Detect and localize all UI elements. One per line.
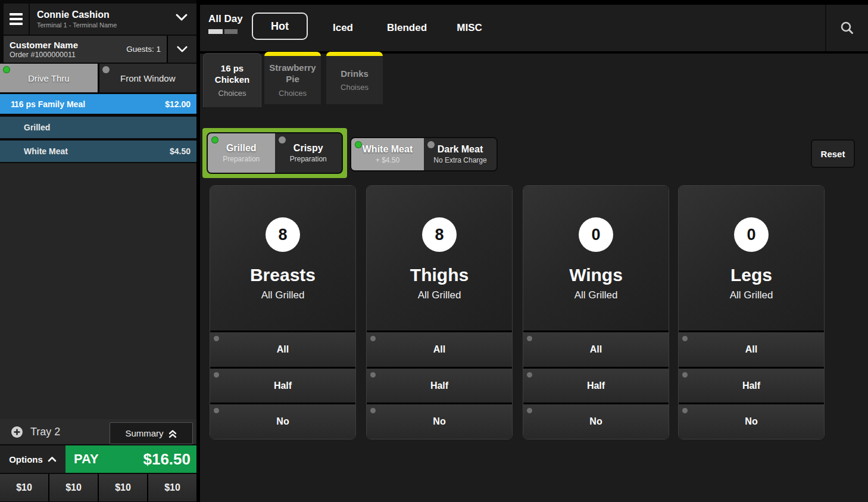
order-modifier-row[interactable]: White Meat $4.50 [0,141,196,162]
all-day-toggle[interactable]: All Day [208,13,243,34]
category-tab-title: 16 ps Chicken [204,63,261,86]
option-label: Half [274,381,292,391]
piece-card-header: 8 Breasts All Grilled [210,186,355,330]
piece-card-header: 8 Thighs All Grilled [367,186,512,330]
piece-count-badge: 0 [579,217,613,252]
piece-count-badge: 8 [266,217,300,252]
search-button[interactable] [825,5,868,51]
status-dot-icon [370,336,376,341]
piece-card-breasts: 8 Breasts All Grilled All Half No [210,185,356,439]
quick-cash-bar: $10 $10 $10 $10 [0,474,196,501]
hamburger-icon [10,13,23,25]
chevron-up-icon [48,456,57,462]
menu-button[interactable] [4,4,29,35]
toggle-label: Crispy [294,143,323,154]
option-label: All [745,344,757,355]
status-dot-icon [370,408,376,413]
status-dot-icon [102,66,110,73]
toggle-sublabel: No Extra Charge [433,156,486,164]
order-number: Order #1000000011 [10,51,126,59]
pay-button[interactable]: PAY $16.50 [65,445,196,473]
option-label: No [276,416,289,427]
tab-misc[interactable]: MISC [450,5,489,51]
option-label: No [589,416,602,427]
status-dot-icon [370,372,376,378]
channel-label: Drive Thru [28,73,70,83]
channel-tab-front-window[interactable]: Front Window [99,64,197,92]
terminal-name: Terminal 1 - Terminal Name [37,21,117,29]
piece-card-title: Legs [730,265,772,285]
piece-card-subtitle: All Grilled [574,289,618,301]
options-button[interactable]: Options [0,445,65,473]
option-all-button[interactable]: All [210,332,355,367]
toggle-label: Grilled [226,143,257,154]
status-dot-icon [427,141,435,148]
category-tab-title: Drinks [336,68,373,80]
quick-cash-button[interactable]: $10 [0,474,48,501]
toggle-grilled[interactable]: Grilled Preparation [208,133,275,173]
option-half-button[interactable]: Half [210,369,355,403]
option-all-button[interactable]: All [679,332,824,367]
cashier-name: Connie Cashion [37,10,117,20]
toggle-dark-meat[interactable]: Dark Meat No Extra Charge [424,138,497,170]
preparation-toggle-group: Grilled Preparation Crispy Preparation [207,132,343,174]
piece-card-header: 0 Wings All Grilled [523,186,669,330]
status-dot-icon [682,408,688,413]
quick-cash-button[interactable]: $10 [49,474,98,501]
option-no-button[interactable]: No [679,404,824,439]
piece-count-badge: 8 [422,217,457,252]
status-dot-icon [527,336,532,341]
option-half-button[interactable]: Half [679,369,824,403]
tab-blended[interactable]: Blended [382,5,432,51]
option-all-button[interactable]: All [367,332,512,367]
order-line-item[interactable]: 1 16 ps Family Meal $12.00 [0,94,196,114]
toggle-white-meat[interactable]: White Meat + $4.50 [351,138,424,170]
option-half-button[interactable]: Half [367,369,512,403]
order-list-empty-area [0,163,196,419]
summary-button[interactable]: Summary [110,422,193,444]
item-name: 16 ps Family Meal [13,99,165,109]
double-chevron-up-icon [168,429,177,438]
meat-toggle-group: White Meat + $4.50 Dark Meat No Extra Ch… [350,137,498,172]
piece-card-wings: 0 Wings All Grilled All Half No [523,185,669,439]
payment-bar: Options PAY $16.50 [0,445,196,473]
quick-cash-button[interactable]: $10 [148,474,196,501]
piece-card-subtitle: All Grilled [261,289,305,301]
menu-top-bar: All Day Hot Iced Blended MISC [200,5,868,51]
terminal-info[interactable]: Connie Cashion Terminal 1 - Terminal Nam… [30,4,196,35]
chevron-down-icon[interactable] [175,13,188,21]
all-day-label: All Day [208,13,243,25]
category-tab-drinks[interactable]: Drinks Choises [326,52,383,104]
toggle-sublabel: + $4.50 [376,156,399,164]
order-modifier-row[interactable]: Grilled [0,117,196,138]
reset-button[interactable]: Reset [811,139,855,168]
option-no-button[interactable]: No [523,404,669,439]
status-dot-icon [682,336,688,341]
option-label: No [745,416,757,427]
toggle-crispy[interactable]: Crispy Preparation [275,133,342,173]
customer-header: Customer Name Order #1000000011 Guests: … [4,36,196,63]
channel-tab-drive-thru[interactable]: Drive Thru [0,64,98,92]
modifier-name: White Meat [0,146,170,156]
piece-card-legs: 0 Legs All Grilled All Half No [678,185,825,439]
quick-cash-button[interactable]: $10 [99,474,147,501]
modifier-name: Grilled [0,123,196,132]
option-no-button[interactable]: No [367,404,512,439]
tab-hot[interactable]: Hot [252,13,308,40]
plus-circle-icon [11,426,23,438]
chevron-down-icon [176,45,188,53]
order-total: $16.50 [143,450,191,469]
option-no-button[interactable]: No [210,404,355,439]
pos-app: Connie Cashion Terminal 1 - Terminal Nam… [0,0,868,502]
summary-label: Summary [125,428,163,438]
category-tab-strawberry-pie[interactable]: Strawberry Pie Choices [264,52,321,104]
option-all-button[interactable]: All [523,332,669,367]
customer-expand-button[interactable] [167,36,196,63]
status-dot-icon [355,141,362,148]
tab-iced[interactable]: Iced [325,5,361,51]
option-half-button[interactable]: Half [523,369,669,403]
category-tab-16ps-chicken[interactable]: 16 ps Chicken Choices [203,53,261,107]
status-dot-icon [214,372,219,378]
toggle-sublabel: Preparation [223,155,260,163]
order-channel-tabs: Drive Thru Front Window [0,64,196,92]
